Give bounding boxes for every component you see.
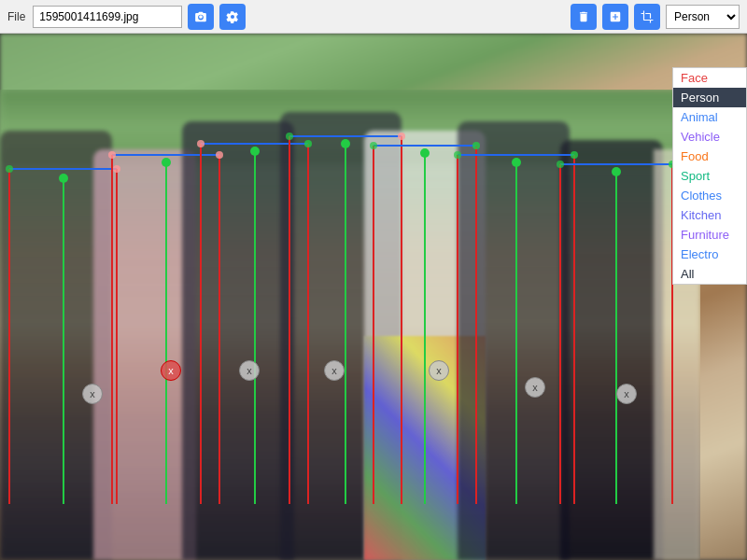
menu-item-person[interactable]: Person xyxy=(673,88,746,107)
delete-annotation-7[interactable]: x xyxy=(616,384,637,404)
filename-input[interactable] xyxy=(33,6,182,28)
menu-item-clothes[interactable]: Clothes xyxy=(673,186,746,205)
delete-annotation-2[interactable]: x xyxy=(161,360,181,381)
people-area xyxy=(0,90,700,560)
main-container: File Person Face Animal Vehicle Food xyxy=(0,0,747,560)
file-label: File xyxy=(7,10,25,23)
category-menu: Face Person Animal Vehicle Food Sport Cl… xyxy=(672,67,747,285)
category-select[interactable]: Person Face Animal Vehicle Food Sport Cl… xyxy=(666,5,740,29)
delete-annotation-5[interactable]: x xyxy=(429,360,449,381)
add-box-button[interactable] xyxy=(602,4,628,30)
menu-item-all[interactable]: All xyxy=(673,264,746,284)
menu-item-furniture[interactable]: Furniture xyxy=(673,225,746,245)
menu-item-sport[interactable]: Sport xyxy=(673,166,746,186)
delete-annotation-3[interactable]: x xyxy=(239,360,260,381)
crop-button[interactable] xyxy=(634,4,660,30)
toolbar-right: Person Face Animal Vehicle Food Sport Cl… xyxy=(571,4,740,30)
menu-item-electro[interactable]: Electro xyxy=(673,245,746,264)
menu-item-vehicle[interactable]: Vehicle xyxy=(673,127,746,147)
menu-item-face[interactable]: Face xyxy=(673,68,746,88)
camera-button[interactable] xyxy=(188,4,214,30)
delete-annotation-1[interactable]: x xyxy=(82,384,103,404)
delete-annotation-4[interactable]: x xyxy=(324,360,345,381)
toolbar: File Person Face Animal Vehicle Food xyxy=(0,0,747,34)
image-area: x x x x x x x Face Person Animal Vehicle… xyxy=(0,34,747,560)
delete-annotation-6[interactable]: x xyxy=(525,377,545,398)
menu-item-kitchen[interactable]: Kitchen xyxy=(673,205,746,225)
delete-button[interactable] xyxy=(571,4,597,30)
menu-item-food[interactable]: Food xyxy=(673,147,746,166)
menu-item-animal[interactable]: Animal xyxy=(673,107,746,127)
settings-button[interactable] xyxy=(219,4,246,30)
